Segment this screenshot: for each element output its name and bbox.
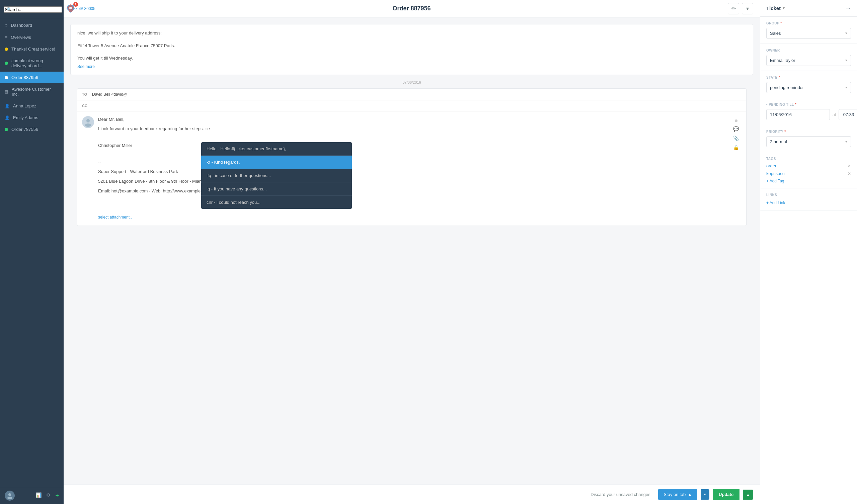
compose-area: TO David Bell <david@ CC Dear Mr. Bell, … — [77, 88, 746, 226]
sidebar: 🔍 2 ○ Dashboard ≡ Overviews Thanks! Grea… — [0, 0, 64, 504]
autocomplete-dropdown: Hello - Hello #{ticket.customer.firstnam… — [201, 142, 352, 209]
update-dropdown-button[interactable]: ▲ — [743, 490, 753, 500]
message-type-icon[interactable]: 💬 — [733, 126, 739, 132]
sig-line4: Email: hot@example.com - Web: http://www… — [98, 188, 726, 195]
composer-avatar — [82, 116, 94, 128]
tag-remove-order[interactable]: ✕ — [847, 164, 851, 168]
edit-button[interactable]: ✏ — [728, 3, 739, 14]
status-dot — [5, 128, 8, 131]
date-time-row: at — [766, 109, 851, 120]
group-chevron: ▾ — [845, 31, 847, 35]
ticket-header: Ticket# 80005 Order 887956 ✏ ▾ — [64, 0, 760, 17]
svg-point-3 — [9, 493, 11, 496]
update-button[interactable]: Update — [713, 489, 739, 500]
user-avatar[interactable] — [5, 491, 15, 501]
pending-till-field: • PENDING TILL * at — [760, 98, 857, 125]
at-label: at — [833, 113, 836, 117]
sidebar-item-dashboard[interactable]: ○ Dashboard — [0, 19, 64, 31]
add-link-button[interactable]: + Add Link — [766, 200, 785, 205]
state-value: pending reminder — [770, 85, 804, 90]
sig-line2: Super Support - Waterford Business Park — [98, 168, 726, 175]
priority-field: PRIORITY * 2 normal ▾ — [760, 125, 857, 152]
attach-link[interactable]: select attachment.. — [98, 215, 132, 220]
search-icon: 🔍 — [7, 7, 12, 12]
add-icon[interactable]: + — [55, 492, 59, 499]
right-panel: Ticket ▾ → GROUP * Sales ▾ OWNER Emma Ta… — [760, 0, 857, 504]
autocomplete-item-kr[interactable]: kr - Kind regards, — [201, 156, 352, 169]
owner-value: Emma Taylor — [770, 58, 795, 63]
add-tag-link[interactable]: + Add Tag — [766, 179, 851, 183]
sidebar-item-emily-adams[interactable]: 👤 Emily Adams — [0, 112, 64, 123]
header-actions: ✏ ▾ — [728, 3, 753, 14]
panel-nav-arrow[interactable]: → — [845, 5, 851, 12]
tags-area: order ✕ kopi susu ✕ + Add Tag — [766, 163, 851, 183]
sidebar-item-order887956[interactable]: Order 887956 — [0, 72, 64, 83]
group-field: GROUP * Sales ▾ — [760, 17, 857, 44]
priority-label: PRIORITY * — [766, 130, 851, 134]
state-chevron: ▾ — [845, 85, 847, 90]
stay-on-tab-button[interactable]: Stay on tab ▲ — [658, 489, 697, 500]
lock-icon[interactable]: 🔒 — [733, 145, 739, 150]
stay-dropdown-button[interactable]: ▾ — [701, 489, 709, 500]
autocomplete-item-cnr[interactable]: cnr - I could not reach you... — [201, 196, 352, 209]
overviews-icon: ≡ — [5, 34, 7, 40]
attachment-icon[interactable]: 📎 — [733, 136, 739, 141]
autocomplete-item-ifq[interactable]: ifq - in case of further questions... — [201, 169, 352, 182]
panel-title-chevron[interactable]: ▾ — [783, 6, 785, 11]
sidebar-item-label: complaint wrong delivery of ord... — [11, 58, 59, 68]
person-icon: 👤 — [5, 104, 10, 108]
indicator-dot — [735, 119, 738, 122]
to-value: David Bell <david@ — [92, 92, 127, 97]
pending-till-label: • PENDING TILL * — [766, 103, 851, 106]
sidebar-item-thanks[interactable]: Thanks! Great service! — [0, 43, 64, 55]
cc-field: CC — [77, 100, 746, 112]
tags-label: TAGS — [766, 157, 851, 161]
state-select[interactable]: pending reminder ▾ — [766, 82, 851, 93]
status-dot — [5, 62, 8, 65]
notification-badge: 2 — [73, 2, 78, 7]
owner-select[interactable]: Emma Taylor ▾ — [766, 55, 851, 66]
tag-remove-kopi-susu[interactable]: ✕ — [847, 171, 851, 176]
main-content: Ticket# 80005 Order 887956 ✏ ▾ nice, we … — [64, 0, 760, 504]
stay-label: Stay on tab — [663, 492, 686, 497]
ticket-title: Order 887956 — [392, 5, 431, 12]
stats-icon[interactable]: 📊 — [36, 492, 41, 499]
time-input[interactable] — [839, 109, 857, 120]
group-value: Sales — [770, 31, 781, 36]
tag-item-order: order ✕ — [766, 163, 851, 168]
priority-select[interactable]: 2 normal ▾ — [766, 136, 851, 147]
status-dot — [5, 76, 8, 79]
sig-line1: -- — [98, 158, 726, 166]
sidebar-bottom: 📊 ⚙ + — [0, 487, 64, 504]
autocomplete-item-iq[interactable]: iq - If you have any questions... — [201, 182, 352, 196]
sidebar-item-label: Order 887956 — [11, 75, 38, 80]
sidebar-item-label: Dashboard — [11, 23, 32, 28]
group-label: GROUP * — [766, 21, 851, 25]
date-input[interactable] — [766, 109, 830, 120]
svg-point-5 — [86, 119, 90, 122]
tag-name: kopi susu — [766, 171, 785, 176]
sidebar-item-overviews[interactable]: ≡ Overviews — [0, 31, 64, 43]
sig-line5: -- — [98, 198, 726, 204]
message-panel: nice, we will ship it to your delivery a… — [64, 17, 760, 233]
tag-item-kopi-susu: kopi susu ✕ — [766, 171, 851, 176]
autocomplete-item-hello[interactable]: Hello - Hello #{ticket.customer.firstnam… — [201, 142, 352, 156]
search-input[interactable] — [4, 6, 62, 13]
sidebar-item-awesome-customer[interactable]: ▦ Awesome Customer Inc. — [0, 83, 64, 100]
settings-icon[interactable]: ⚙ — [46, 492, 51, 499]
sidebar-item-complaint[interactable]: complaint wrong delivery of ord... — [0, 55, 64, 72]
compose-greeting: Dear Mr. Bell, — [98, 116, 726, 123]
tags-field: TAGS order ✕ kopi susu ✕ + Add Tag — [760, 152, 857, 188]
dropdown-button[interactable]: ▾ — [742, 3, 753, 14]
sidebar-item-label: Order 787556 — [11, 127, 38, 132]
sidebar-item-label: Thanks! Great service! — [11, 47, 55, 52]
sidebar-item-anna-lopez[interactable]: 👤 Anna Lopez — [0, 100, 64, 112]
sidebar-item-label: Anna Lopez — [13, 103, 36, 108]
group-select[interactable]: Sales ▾ — [766, 28, 851, 39]
sidebar-item-order787556[interactable]: Order 787556 — [0, 123, 64, 135]
owner-chevron: ▾ — [845, 58, 847, 63]
cc-label: CC — [82, 104, 89, 108]
compose-text-area[interactable]: Dear Mr. Bell, I look forward to your fe… — [98, 116, 726, 221]
see-more-link[interactable]: See more — [77, 64, 95, 69]
signature-name: Christopher Miller — [98, 142, 726, 149]
